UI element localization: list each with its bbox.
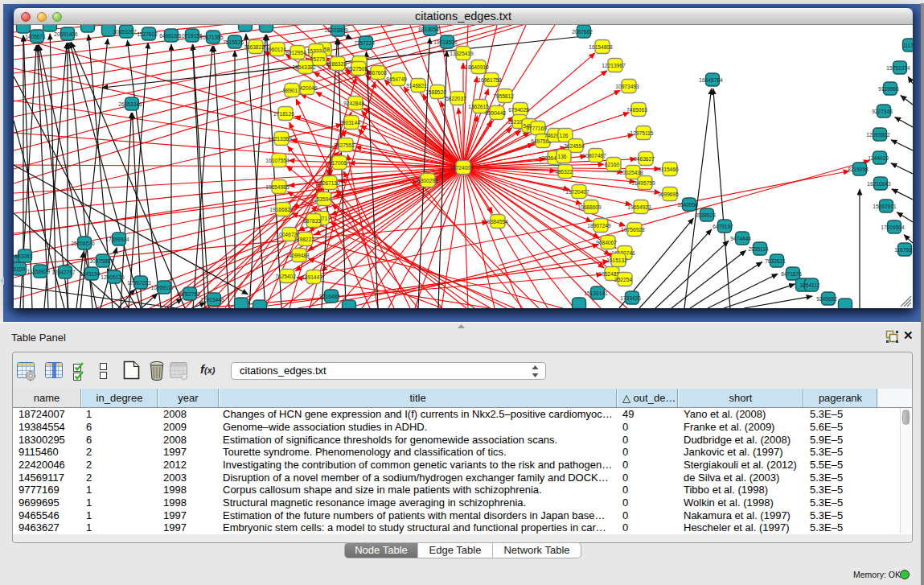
svg-text:16961758: 16961758 <box>478 77 502 83</box>
svg-text:12213967: 12213967 <box>602 63 626 68</box>
svg-text:1654112: 1654112 <box>799 282 820 288</box>
svg-text:20691406: 20691406 <box>54 31 78 37</box>
svg-text:10653267: 10653267 <box>113 29 137 35</box>
svg-text:8960124: 8960124 <box>265 47 286 52</box>
svg-text:2087682: 2087682 <box>572 29 593 35</box>
svg-text:887833: 887833 <box>303 218 321 224</box>
svg-text:1527602: 1527602 <box>137 31 158 37</box>
svg-text:30975867: 30975867 <box>89 258 113 264</box>
svg-text:1640954: 1640954 <box>677 202 698 208</box>
svg-text:8912954: 8912954 <box>285 50 306 56</box>
svg-text:2903144: 2903144 <box>339 120 360 126</box>
svg-text:8215958: 8215958 <box>848 167 869 172</box>
svg-text:2935114: 2935114 <box>748 246 769 252</box>
svg-text:7632621: 7632621 <box>765 258 786 264</box>
svg-text:9474444: 9474444 <box>730 236 751 241</box>
svg-text:9777169: 9777169 <box>526 126 547 131</box>
svg-text:16107554: 16107554 <box>265 158 290 163</box>
svg-text:8990448: 8990448 <box>485 110 506 116</box>
svg-text:1362615: 1362615 <box>468 104 489 109</box>
svg-text:16782759: 16782759 <box>176 291 200 297</box>
svg-text:12942757: 12942757 <box>51 270 76 275</box>
svg-text:12213369: 12213369 <box>268 136 292 142</box>
svg-text:9716485: 9716485 <box>319 294 340 299</box>
svg-text:9129966: 9129966 <box>878 86 899 92</box>
svg-text:3624554: 3624554 <box>564 143 585 149</box>
svg-text:25300293: 25300293 <box>414 178 438 183</box>
svg-text:19166827: 19166827 <box>269 207 294 212</box>
svg-text:19654985: 19654985 <box>265 184 290 190</box>
svg-text:9146821: 9146821 <box>406 83 427 89</box>
svg-text:10688609: 10688609 <box>577 204 602 210</box>
svg-text:17016504: 17016504 <box>881 225 905 230</box>
svg-text:17957223: 17957223 <box>127 280 151 286</box>
svg-text:10973493: 10973493 <box>615 84 639 89</box>
svg-text:143081: 143081 <box>14 253 32 259</box>
svg-text:16154808: 16154808 <box>589 44 613 50</box>
svg-text:16210643: 16210643 <box>867 181 891 187</box>
svg-text:1498222: 1498222 <box>294 237 314 242</box>
svg-text:18640910: 18640910 <box>465 64 489 70</box>
svg-text:9245652: 9245652 <box>816 296 837 302</box>
svg-text:9463627: 9463627 <box>634 156 655 162</box>
svg-text:7663822: 7663822 <box>244 44 265 50</box>
svg-text:5822037: 5822037 <box>446 96 466 101</box>
svg-text:14099488: 14099488 <box>285 253 310 258</box>
svg-text:7357224: 7357224 <box>354 40 375 46</box>
svg-text:98901: 98901 <box>283 88 298 93</box>
svg-text:15751074: 15751074 <box>886 65 910 71</box>
svg-text:8471676: 8471676 <box>781 271 802 277</box>
svg-text:9699695: 9699695 <box>658 192 679 197</box>
svg-text:8454749: 8454749 <box>386 76 407 82</box>
svg-text:136: 136 <box>557 154 566 159</box>
svg-text:1491447: 1491447 <box>302 274 322 280</box>
svg-text:1733426: 1733426 <box>620 295 641 301</box>
svg-text:8938923: 8938923 <box>695 212 716 218</box>
svg-text:19654923: 19654923 <box>627 204 651 210</box>
svg-text:18724007: 18724007 <box>450 165 474 171</box>
svg-text:9527508: 9527508 <box>347 66 368 72</box>
svg-text:16543382: 16543382 <box>292 64 316 70</box>
svg-text:12975115: 12975115 <box>630 130 654 136</box>
svg-text:6466160: 6466160 <box>159 33 180 39</box>
svg-text:9242848: 9242848 <box>343 101 364 106</box>
svg-text:116753: 116753 <box>894 247 912 253</box>
svg-text:10807487: 10807487 <box>582 153 606 159</box>
svg-text:12923448: 12923448 <box>200 297 224 303</box>
svg-text:10671355: 10671355 <box>199 35 224 40</box>
svg-text:26053346: 26053346 <box>118 101 142 107</box>
svg-text:18907249: 18907249 <box>587 223 611 229</box>
svg-text:1588520: 1588520 <box>425 89 446 95</box>
svg-text:10756928: 10756928 <box>621 227 645 233</box>
svg-text:486322: 486322 <box>555 169 573 175</box>
svg-text:10025438: 10025438 <box>619 170 643 175</box>
svg-text:6794028: 6794028 <box>508 107 529 113</box>
svg-text:17359924: 17359924 <box>105 237 129 242</box>
svg-text:19384554: 19384554 <box>484 219 508 225</box>
svg-text:11156829: 11156829 <box>27 269 51 274</box>
svg-text:16648784: 16648784 <box>699 77 723 83</box>
svg-text:7955812: 7955812 <box>493 93 514 99</box>
svg-text:62160: 62160 <box>605 162 620 167</box>
svg-text:7625402: 7625402 <box>275 274 296 279</box>
svg-text:2867608: 2867608 <box>366 70 387 76</box>
svg-text:13325419: 13325419 <box>450 51 474 56</box>
svg-text:95275: 95275 <box>310 56 326 62</box>
svg-text:9084067: 9084067 <box>596 240 617 245</box>
svg-text:6479197: 6479197 <box>713 224 733 229</box>
svg-text:19218506: 19218506 <box>433 39 458 45</box>
svg-text:10958117: 10958117 <box>151 285 175 290</box>
svg-text:1405571: 1405571 <box>25 34 46 39</box>
svg-text:12905135: 12905135 <box>101 274 125 280</box>
svg-text:1117: 1117 <box>902 43 913 48</box>
svg-text:15692971: 15692971 <box>873 204 897 209</box>
svg-text:16495759: 16495759 <box>631 180 655 186</box>
svg-text:2718126: 2718126 <box>273 111 294 117</box>
svg-text:8427552: 8427552 <box>334 142 355 148</box>
svg-text:153594: 153594 <box>314 196 331 202</box>
svg-text:16033809: 16033809 <box>324 27 348 33</box>
svg-text:12093822: 12093822 <box>866 132 890 138</box>
svg-text:8813054: 8813054 <box>418 27 439 32</box>
svg-text:1145194: 1145194 <box>80 271 101 277</box>
svg-text:1615132: 1615132 <box>606 257 627 263</box>
